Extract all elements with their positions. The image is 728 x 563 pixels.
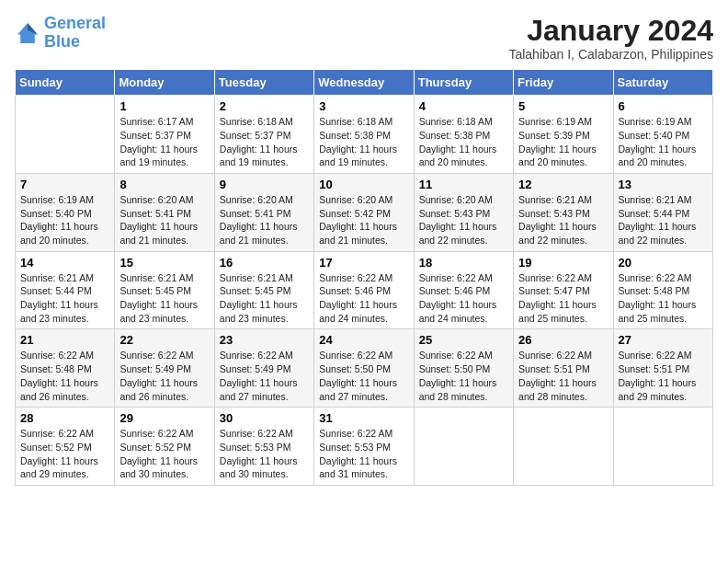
day-info: Sunrise: 6:21 AM Sunset: 5:44 PM Dayligh… [619, 193, 708, 247]
day-info: Sunrise: 6:17 AM Sunset: 5:37 PM Dayligh… [119, 115, 209, 169]
day-info: Sunrise: 6:22 AM Sunset: 5:52 PM Dayligh… [119, 427, 209, 481]
day-info: Sunrise: 6:18 AM Sunset: 5:38 PM Dayligh… [319, 115, 408, 169]
day-number: 30 [220, 411, 309, 425]
calendar-cell: 27Sunrise: 6:22 AM Sunset: 5:51 PM Dayli… [613, 329, 712, 408]
calendar-cell: 8Sunrise: 6:20 AM Sunset: 5:41 PM Daylig… [115, 173, 214, 251]
month-year: January 2024 [508, 15, 713, 47]
calendar-cell [414, 408, 513, 486]
day-info: Sunrise: 6:22 AM Sunset: 5:51 PM Dayligh… [518, 349, 608, 403]
day-info: Sunrise: 6:22 AM Sunset: 5:49 PM Dayligh… [119, 349, 209, 403]
day-number: 31 [319, 411, 408, 425]
calendar-cell: 26Sunrise: 6:22 AM Sunset: 5:51 PM Dayli… [514, 329, 613, 408]
calendar-cell: 15Sunrise: 6:21 AM Sunset: 5:45 PM Dayli… [115, 251, 214, 329]
calendar-cell: 9Sunrise: 6:20 AM Sunset: 5:41 PM Daylig… [214, 173, 313, 251]
day-number: 21 [20, 333, 109, 347]
calendar-cell: 20Sunrise: 6:22 AM Sunset: 5:48 PM Dayli… [613, 251, 712, 329]
calendar-cell: 30Sunrise: 6:22 AM Sunset: 5:53 PM Dayli… [214, 408, 313, 486]
day-number: 23 [220, 333, 309, 347]
calendar-cell: 22Sunrise: 6:22 AM Sunset: 5:49 PM Dayli… [115, 329, 214, 408]
calendar-week-3: 21Sunrise: 6:22 AM Sunset: 5:48 PM Dayli… [16, 329, 713, 408]
weekday-header-monday: Monday [115, 70, 214, 96]
logo-text: General Blue [44, 15, 106, 52]
calendar-cell [613, 408, 712, 486]
calendar-cell [16, 96, 115, 174]
day-number: 5 [518, 99, 608, 113]
day-info: Sunrise: 6:20 AM Sunset: 5:41 PM Dayligh… [119, 193, 209, 247]
calendar-cell: 18Sunrise: 6:22 AM Sunset: 5:46 PM Dayli… [414, 251, 513, 329]
day-number: 24 [319, 333, 408, 347]
day-number: 27 [619, 333, 708, 347]
calendar-cell: 13Sunrise: 6:21 AM Sunset: 5:44 PM Dayli… [613, 173, 712, 251]
weekday-header-sunday: Sunday [16, 70, 115, 96]
day-number: 22 [119, 333, 209, 347]
day-number: 9 [220, 178, 309, 191]
logo-line2: Blue [44, 32, 80, 51]
calendar-cell: 19Sunrise: 6:22 AM Sunset: 5:47 PM Dayli… [514, 251, 613, 329]
day-info: Sunrise: 6:21 AM Sunset: 5:45 PM Dayligh… [119, 271, 209, 326]
calendar-cell: 11Sunrise: 6:20 AM Sunset: 5:43 PM Dayli… [414, 173, 513, 251]
calendar-cell: 4Sunrise: 6:18 AM Sunset: 5:38 PM Daylig… [414, 96, 513, 174]
day-info: Sunrise: 6:21 AM Sunset: 5:45 PM Dayligh… [220, 271, 309, 326]
day-info: Sunrise: 6:21 AM Sunset: 5:43 PM Dayligh… [518, 193, 608, 247]
calendar-cell: 1Sunrise: 6:17 AM Sunset: 5:37 PM Daylig… [115, 96, 214, 174]
day-number: 26 [518, 333, 608, 347]
day-info: Sunrise: 6:20 AM Sunset: 5:43 PM Dayligh… [419, 193, 508, 247]
day-info: Sunrise: 6:18 AM Sunset: 5:38 PM Dayligh… [419, 115, 508, 169]
day-info: Sunrise: 6:18 AM Sunset: 5:37 PM Dayligh… [220, 115, 309, 169]
day-number: 16 [220, 256, 309, 270]
calendar-week-1: 7Sunrise: 6:19 AM Sunset: 5:40 PM Daylig… [16, 173, 713, 251]
calendar-cell [514, 408, 613, 486]
day-info: Sunrise: 6:22 AM Sunset: 5:49 PM Dayligh… [220, 349, 309, 403]
day-number: 10 [319, 178, 408, 191]
calendar-cell: 7Sunrise: 6:19 AM Sunset: 5:40 PM Daylig… [16, 173, 115, 251]
day-info: Sunrise: 6:22 AM Sunset: 5:51 PM Dayligh… [619, 349, 708, 403]
day-number: 7 [20, 178, 109, 191]
day-info: Sunrise: 6:22 AM Sunset: 5:46 PM Dayligh… [419, 271, 508, 326]
day-info: Sunrise: 6:22 AM Sunset: 5:47 PM Dayligh… [518, 271, 608, 326]
day-number: 20 [619, 256, 708, 270]
day-number: 14 [20, 256, 109, 270]
logo-line1: General [44, 14, 106, 32]
day-info: Sunrise: 6:19 AM Sunset: 5:39 PM Dayligh… [518, 115, 608, 169]
calendar-cell: 31Sunrise: 6:22 AM Sunset: 5:53 PM Dayli… [314, 408, 414, 486]
day-number: 28 [20, 411, 109, 425]
calendar-week-0: 1Sunrise: 6:17 AM Sunset: 5:37 PM Daylig… [16, 96, 713, 174]
day-number: 3 [319, 99, 408, 113]
calendar-cell: 5Sunrise: 6:19 AM Sunset: 5:39 PM Daylig… [514, 96, 613, 174]
calendar-table: SundayMondayTuesdayWednesdayThursdayFrid… [15, 69, 713, 486]
calendar-cell: 12Sunrise: 6:21 AM Sunset: 5:43 PM Dayli… [514, 173, 613, 251]
day-number: 11 [419, 178, 508, 191]
day-info: Sunrise: 6:22 AM Sunset: 5:46 PM Dayligh… [319, 271, 408, 326]
day-number: 17 [319, 256, 408, 270]
weekday-header-tuesday: Tuesday [214, 70, 313, 96]
day-number: 8 [119, 178, 209, 191]
calendar-cell: 2Sunrise: 6:18 AM Sunset: 5:37 PM Daylig… [214, 96, 313, 174]
day-info: Sunrise: 6:22 AM Sunset: 5:52 PM Dayligh… [20, 427, 109, 481]
location: Talahiban I, Calabarzon, Philippines [508, 47, 713, 62]
calendar-cell: 29Sunrise: 6:22 AM Sunset: 5:52 PM Dayli… [115, 408, 214, 486]
logo: General Blue [15, 15, 106, 52]
day-info: Sunrise: 6:19 AM Sunset: 5:40 PM Dayligh… [20, 193, 109, 247]
calendar-cell: 14Sunrise: 6:21 AM Sunset: 5:44 PM Dayli… [16, 251, 115, 329]
calendar-cell: 6Sunrise: 6:19 AM Sunset: 5:40 PM Daylig… [613, 96, 712, 174]
day-info: Sunrise: 6:22 AM Sunset: 5:53 PM Dayligh… [220, 427, 309, 481]
day-info: Sunrise: 6:20 AM Sunset: 5:41 PM Dayligh… [220, 193, 309, 247]
calendar-cell: 17Sunrise: 6:22 AM Sunset: 5:46 PM Dayli… [314, 251, 414, 329]
calendar-cell: 28Sunrise: 6:22 AM Sunset: 5:52 PM Dayli… [16, 408, 115, 486]
day-info: Sunrise: 6:19 AM Sunset: 5:40 PM Dayligh… [619, 115, 708, 169]
day-number: 4 [419, 99, 508, 113]
day-number: 6 [619, 99, 708, 113]
day-number: 19 [518, 256, 608, 270]
day-info: Sunrise: 6:22 AM Sunset: 5:48 PM Dayligh… [20, 349, 109, 403]
day-info: Sunrise: 6:22 AM Sunset: 5:50 PM Dayligh… [319, 349, 408, 403]
weekday-header-row: SundayMondayTuesdayWednesdayThursdayFrid… [16, 70, 713, 96]
calendar-cell: 16Sunrise: 6:21 AM Sunset: 5:45 PM Dayli… [214, 251, 313, 329]
weekday-header-saturday: Saturday [613, 70, 712, 96]
day-number: 13 [619, 178, 708, 191]
day-info: Sunrise: 6:22 AM Sunset: 5:50 PM Dayligh… [419, 349, 508, 403]
calendar-cell: 25Sunrise: 6:22 AM Sunset: 5:50 PM Dayli… [414, 329, 513, 408]
logo-icon [15, 20, 40, 46]
weekday-header-friday: Friday [514, 70, 613, 96]
day-number: 18 [419, 256, 508, 270]
day-info: Sunrise: 6:22 AM Sunset: 5:53 PM Dayligh… [319, 427, 408, 481]
